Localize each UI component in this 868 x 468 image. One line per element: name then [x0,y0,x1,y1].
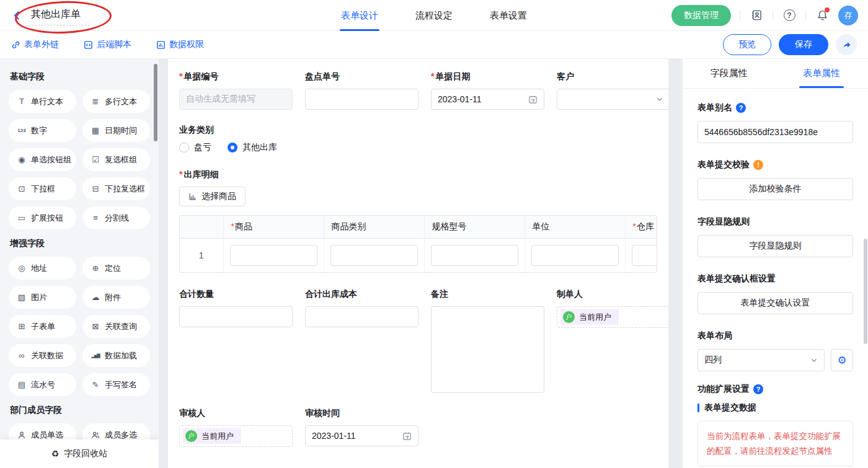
field-type-number[interactable]: 123数字 [9,119,76,142]
section-basic-fields: 基础字段 [10,71,150,82]
doc-no-input: 自动生成无需填写 [179,89,293,110]
data-manage-button[interactable]: 数据管理 [671,5,731,26]
submit-confirm-button[interactable]: 表单提交确认设置 [698,292,853,314]
creator-user-box[interactable]: 户 当前用户 [557,306,668,328]
auditor-user-box[interactable]: 户 当前用户 [179,425,293,447]
subtable: *商品 商品类别 规格型号 单位 *仓库 1 [179,215,657,273]
back-icon[interactable] [10,9,24,22]
help-icon[interactable]: ? [782,8,797,23]
form-title[interactable]: 其他出库单 [29,6,87,25]
field-type-select[interactable]: ⊡下拉框 [9,177,76,200]
layout-gear-button[interactable]: ⚙ [831,349,853,371]
total-qty-input[interactable] [179,306,293,327]
form-canvas[interactable]: *单据编号 自动生成无需填写 盘点单号 *单据日期 2023-01-11 客户 [168,59,668,468]
preview-button[interactable]: 预览 [723,34,771,55]
field-type-serial-number[interactable]: ▤流水号 [9,373,76,396]
backend-script-link[interactable]: 后端脚本 [84,39,131,50]
save-button[interactable]: 保存 [779,34,828,55]
category-cell-input[interactable] [330,245,418,266]
address-book-icon[interactable] [749,8,764,23]
tab-form-properties[interactable]: 表单属性 [776,59,868,88]
member-single-icon [17,431,27,439]
field-type-link-data[interactable]: ∞关联数据 [9,344,76,367]
field-recycle-bin[interactable]: ♻ 字段回收站 [0,439,159,468]
warehouse-cell-input[interactable] [632,245,658,266]
field-type-image[interactable]: ▧图片 [9,286,76,309]
permission-icon [156,40,166,50]
radio-pankui[interactable]: 盘亏 [179,142,211,153]
share-icon[interactable] [836,34,857,55]
field-type-checkbox-group[interactable]: ☑复选框组 [82,148,150,171]
sidebar-scrollbar[interactable] [154,64,157,141]
field-type-multi-select[interactable]: ⊟下拉复选框 [82,177,150,200]
field-total-qty[interactable]: 合计数量 [179,289,293,327]
field-customer[interactable]: 客户 [557,71,668,110]
select-product-button[interactable]: 选择商品 [179,187,246,206]
help-badge-icon[interactable]: ? [753,384,763,394]
customer-select[interactable] [557,89,668,110]
field-biz-type[interactable]: 业务类别 盘亏 其他出库 [179,125,440,153]
field-type-divider[interactable]: ≡分割线 [82,206,150,229]
total-cost-input[interactable] [305,306,418,327]
field-visibility-button[interactable]: 字段显隐规则 [698,235,853,257]
spec-cell-input[interactable] [431,245,518,266]
subform-icon: ⊞ [17,322,27,331]
tab-form-setting[interactable]: 表单设置 [490,0,527,31]
user-tag-avatar: 户 [563,311,575,323]
data-permission-link[interactable]: 数据权限 [156,39,204,50]
field-type-radio-group[interactable]: ◉单选按钮组 [9,148,76,171]
form-alias-input[interactable] [698,121,853,143]
submit-data-section: 表单提交数据 [698,402,853,413]
gear-icon: ⚙ [837,354,846,367]
field-audit-time[interactable]: 审核时间 2023-01-11 [305,408,418,447]
field-total-cost[interactable]: 合计出库成本 [305,289,418,327]
audit-time-input[interactable]: 2023-01-11 [305,425,418,446]
remark-textarea[interactable] [431,306,544,393]
field-type-address[interactable]: ◎地址 [9,257,76,280]
field-inventory-no[interactable]: 盘点单号 [305,71,418,110]
form-external-link[interactable]: 表单外链 [11,39,59,50]
header-tabs: 表单设计 流程设定 表单设置 [341,0,527,31]
field-doc-no[interactable]: *单据编号 自动生成无需填写 [179,71,293,110]
canvas-background: *单据编号 自动生成无需填写 盘点单号 *单据日期 2023-01-11 客户 [159,59,682,468]
radio-other-outbound[interactable]: 其他出库 [228,142,277,153]
field-type-attachment[interactable]: ☁附件 [82,286,150,309]
row-index: 1 [180,239,223,273]
script-icon [84,40,93,50]
field-type-signature[interactable]: ✎手写签名 [82,373,150,396]
field-type-link-query[interactable]: ⊠关联查询 [82,315,150,338]
field-type-extend-button[interactable]: ▭扩展按钮 [9,206,76,229]
tab-field-properties[interactable]: 字段属性 [683,59,776,88]
field-library-sidebar: 基础字段 T单行文本 ≣多行文本 123数字 ▦日期时间 ◉单选按钮组 ☑复选框… [0,59,159,468]
panel-scrollbar[interactable] [864,239,867,344]
serial-number-icon: ▤ [17,380,27,389]
help-badge-icon[interactable]: ? [736,103,746,113]
notification-dot [825,7,830,12]
product-cell-input[interactable] [230,245,317,266]
field-type-single-text[interactable]: T单行文本 [9,90,76,113]
unit-cell-input[interactable] [531,245,619,266]
field-auditor[interactable]: 审核人 户 当前用户 [179,408,293,447]
doc-date-input[interactable]: 2023-01-11 [431,89,544,110]
tab-flow-setting[interactable]: 流程设定 [415,0,453,31]
field-type-subform[interactable]: ⊞子表单 [9,315,76,338]
inventory-no-input[interactable] [305,89,418,110]
field-type-location[interactable]: ⊕定位 [82,257,150,280]
field-type-datetime[interactable]: ▦日期时间 [82,119,150,142]
warning-badge-icon[interactable]: ! [753,160,763,170]
notification-bell-icon[interactable] [815,8,830,23]
field-remark[interactable]: 备注 [431,289,544,393]
field-type-multi-text[interactable]: ≣多行文本 [82,90,150,113]
add-validation-button[interactable]: 添加校验条件 [698,178,853,200]
tab-form-design[interactable]: 表单设计 [341,0,378,31]
field-creator[interactable]: 制单人 户 当前用户 [557,289,668,328]
link-icon [11,40,20,50]
user-avatar[interactable]: 存 [838,6,858,25]
multi-text-icon: ≣ [91,97,100,106]
field-outbound-detail[interactable]: *出库明细 选择商品 *商品 商品类别 规格型号 单位 *仓 [179,169,657,273]
current-user-tag: 户 当前用户 [560,309,619,325]
extend-button-icon: ▭ [17,213,27,223]
field-type-data-load[interactable]: ▂▅▇数据加载 [82,344,150,367]
layout-select[interactable]: 四列 [698,349,825,371]
field-doc-date[interactable]: *单据日期 2023-01-11 [431,71,544,110]
